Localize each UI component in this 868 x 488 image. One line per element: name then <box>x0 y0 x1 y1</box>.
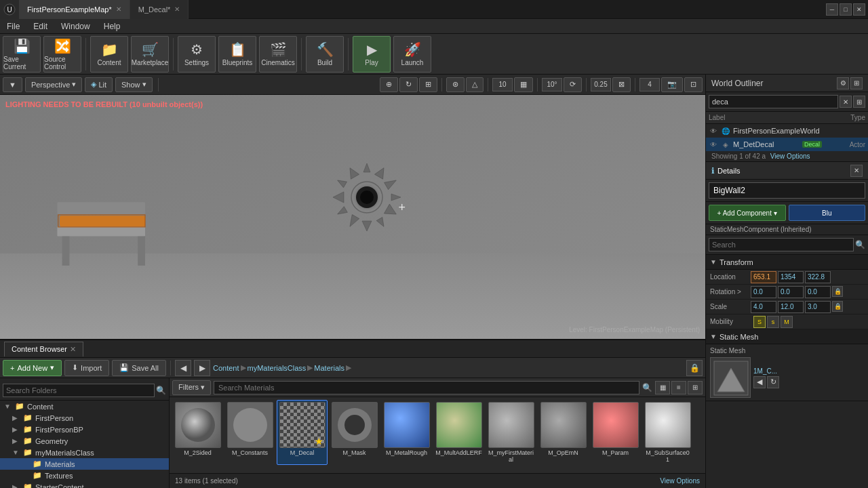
angle-snap-button[interactable]: ⟳ <box>564 77 582 92</box>
mobility-static-button[interactable]: S <box>753 316 766 328</box>
cb-lock-button[interactable]: 🔒 <box>686 360 703 376</box>
menu-file[interactable]: File <box>0 19 26 34</box>
surface-snap-button[interactable]: △ <box>466 77 484 92</box>
close-tab-firstperson[interactable]: ✕ <box>116 5 121 13</box>
folder-content[interactable]: ▼ 📁 Content <box>0 401 169 412</box>
outliner-layout-button[interactable]: ⊞ <box>850 77 863 89</box>
folder-firstpersonbp[interactable]: ▶ 📁 FirstPersonBP <box>0 424 169 435</box>
grid-view-button[interactable]: ▦ <box>655 381 670 394</box>
folder-mymaterialsclass[interactable]: ▼ 📁 myMaterialsClass <box>0 447 169 458</box>
rotate-button[interactable]: ↻ <box>399 77 418 92</box>
menu-help[interactable]: Help <box>97 19 127 34</box>
world-local-button[interactable]: ⊛ <box>446 77 465 92</box>
view-options-link[interactable]: View Options <box>660 477 700 485</box>
nav-back-button[interactable]: ◀ <box>175 360 191 376</box>
scale-snap-value[interactable]: 0.25 <box>591 78 611 92</box>
mobility-stationary-button[interactable]: s <box>767 316 779 328</box>
asset-mparam[interactable]: M_Param <box>590 400 641 465</box>
asset-mconstants[interactable]: M_Constants <box>224 400 275 465</box>
3d-viewport[interactable]: + LIGHTING NEEDS TO BE REBUILT (10 unbui… <box>0 95 705 339</box>
blueprint-button[interactable]: Blu <box>789 205 866 221</box>
rotation-z[interactable]: 0.0 <box>805 286 831 298</box>
close-content-browser[interactable]: ✕ <box>70 345 76 354</box>
save-all-button[interactable]: 💾 Save All <box>112 360 166 376</box>
location-z[interactable]: 322.8 <box>805 271 831 283</box>
show-button[interactable]: Show ▾ <box>115 77 153 92</box>
play-button[interactable]: ▶ Play <box>353 36 391 73</box>
lit-button[interactable]: ◈ Lit <box>85 77 113 92</box>
scale-x[interactable]: 4.0 <box>751 301 776 313</box>
asset-mmask[interactable]: M_Mask <box>329 400 380 465</box>
menu-window[interactable]: Window <box>54 19 97 34</box>
location-y[interactable]: 1354 <box>778 271 804 283</box>
outliner-search-input[interactable] <box>709 95 838 108</box>
grid-snap-value[interactable]: 10 <box>492 78 513 92</box>
source-control-button[interactable]: 🔀 Source Control <box>43 36 81 73</box>
nav-forward-button[interactable]: ▶ <box>194 360 210 376</box>
camera-speed-button[interactable]: 📷 <box>661 77 683 92</box>
scale-lock-icon[interactable]: 🔒 <box>832 301 843 312</box>
viewport-options-button[interactable]: ▼ <box>3 77 22 92</box>
marketplace-button[interactable]: 🛒 Marketplace <box>131 36 169 73</box>
angle-snap-value[interactable]: 10° <box>542 78 562 92</box>
folder-textures[interactable]: 📁 Textures <box>0 470 169 481</box>
view-options-button[interactable]: ⊞ <box>688 381 703 394</box>
tab-decal[interactable]: M_Decal* ✕ <box>130 0 189 19</box>
filters-button[interactable]: Filters ▾ <box>172 380 211 395</box>
outliner-settings-button[interactable]: ⚙ <box>837 77 849 89</box>
search-icon[interactable]: 🔍 <box>642 383 652 392</box>
search-icon[interactable]: 🔍 <box>855 240 865 249</box>
asset-mdecal[interactable]: ★ M_Decal <box>277 400 328 465</box>
import-button[interactable]: ⬇ Import <box>64 360 109 376</box>
asset-m2sided[interactable]: M_2Sided <box>172 400 223 465</box>
outliner-expand-button[interactable]: ⊞ <box>853 96 865 108</box>
object-name-input[interactable] <box>709 182 865 199</box>
save-current-button[interactable]: 💾 Save Current <box>3 36 41 73</box>
viewport-maximize-button[interactable]: ⊡ <box>684 77 703 92</box>
build-button[interactable]: 🔨 Build <box>306 36 344 73</box>
details-close-button[interactable]: ✕ <box>850 165 863 177</box>
folder-materials[interactable]: 📁 Materials <box>0 458 169 470</box>
close-tab-decal[interactable]: ✕ <box>174 5 180 13</box>
lock-icon[interactable]: 🔒 <box>686 360 703 376</box>
asset-mmetalrough[interactable]: M_MetalRough <box>381 400 432 465</box>
asset-mmyfirstmaterial[interactable]: M_myFirstMaterial <box>486 400 536 465</box>
folder-startercontent[interactable]: ▶ 📁 StarterContent <box>0 481 169 488</box>
launch-button[interactable]: 🚀 Launch <box>393 36 431 73</box>
folder-firstperson[interactable]: ▶ 📁 FirstPerson <box>0 412 169 424</box>
menu-edit[interactable]: Edit <box>26 19 54 34</box>
mobility-movable-button[interactable]: M <box>781 316 793 328</box>
maximize-button[interactable]: □ <box>840 3 852 16</box>
details-search-input[interactable] <box>709 238 854 251</box>
visibility-icon[interactable]: 👁 <box>709 126 718 136</box>
cinematics-button[interactable]: 🎬 Cinematics <box>259 36 297 73</box>
location-x[interactable]: 653.1 <box>751 271 776 283</box>
static-mesh-section-header[interactable]: ▼ Static Mesh <box>706 329 868 344</box>
minimize-button[interactable]: ─ <box>826 3 838 16</box>
add-component-button[interactable]: + Add Component ▾ <box>709 205 786 221</box>
sm-next-button[interactable]: ↻ <box>767 376 779 388</box>
grid-snap-button[interactable]: ▦ <box>514 77 533 92</box>
assets-search-input[interactable] <box>214 381 639 394</box>
blueprints-button[interactable]: 📋 Blueprints <box>218 36 256 73</box>
scale-z[interactable]: 3.0 <box>805 301 831 313</box>
add-new-button[interactable]: + Add New ▾ <box>3 360 62 376</box>
camera-speed-value[interactable]: 4 <box>639 78 660 92</box>
breadcrumb-content[interactable]: Content <box>213 364 239 372</box>
rotation-y[interactable]: 0.0 <box>778 286 804 298</box>
scale-snap-button[interactable]: ⊠ <box>612 77 631 92</box>
rotation-lock-icon[interactable]: 🔒 <box>832 286 843 297</box>
outliner-clear-button[interactable]: ✕ <box>840 96 852 108</box>
asset-mopemn[interactable]: M_OpEmN <box>538 400 589 465</box>
folder-search-input[interactable] <box>3 384 155 397</box>
close-button[interactable]: ✕ <box>853 3 865 16</box>
sm-prev-button[interactable]: ◀ <box>753 376 766 388</box>
asset-msubsurface01[interactable]: M_SubSurface01 <box>642 400 693 465</box>
content-button[interactable]: 📁 Content <box>90 36 128 73</box>
breadcrumb-materials[interactable]: Materials <box>314 364 344 372</box>
outliner-row-decal[interactable]: 👁 ◈ M_DetDecal Decal Actor <box>706 138 868 151</box>
transform-section-header[interactable]: ▼ Transform <box>706 255 868 270</box>
folder-geometry[interactable]: ▶ 📁 Geometry <box>0 435 169 447</box>
breadcrumb-myMaterialsClass[interactable]: myMaterialsClass <box>248 364 307 372</box>
perspective-button[interactable]: Perspective ▾ <box>25 77 82 92</box>
